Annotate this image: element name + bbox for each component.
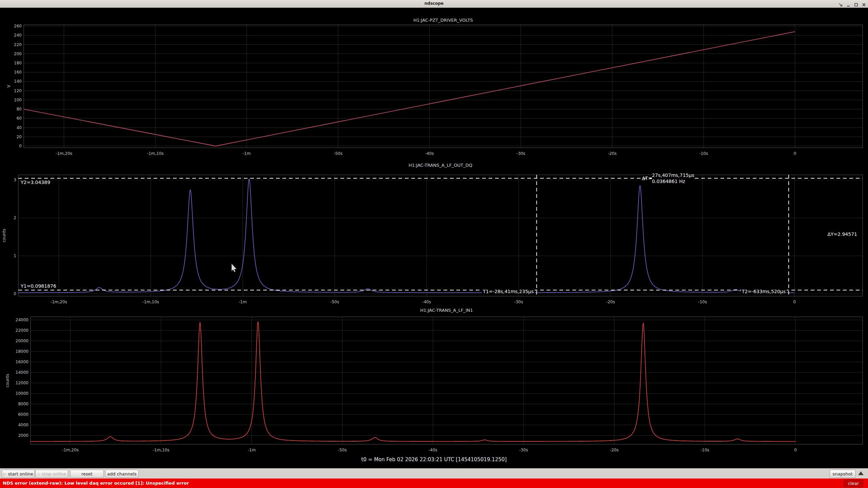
- nds-error-message: NDS error (extend-raw): Low level daq er…: [3, 481, 189, 486]
- y-tick-label: 100: [14, 98, 22, 102]
- shade-icon[interactable]: [839, 2, 843, 6]
- close-icon[interactable]: [862, 2, 866, 6]
- cursor-y2-label[interactable]: Y2=3.04389: [20, 180, 51, 185]
- play-icon: ▷: [3, 472, 6, 476]
- trace-H1:JAC-PZT_DRIVER_VOLTS: [24, 32, 795, 146]
- delta-t-value: 27s,407ms,715µs: [652, 172, 694, 178]
- y-tick-label: 24000: [16, 318, 28, 322]
- stop-icon: ▫: [37, 472, 40, 476]
- y-axis-label: V: [6, 85, 11, 88]
- plot3-title: H1:JAC-TRANS_A_LF_IN1: [31, 308, 863, 313]
- y-tick-label: 6000: [18, 412, 28, 417]
- plots-canvas[interactable]: -1m,20s-1m,10s-1m-50s-40s-30s-20s-10s002…: [0, 0, 868, 488]
- x-tick-label: -10s: [698, 300, 707, 304]
- y-tick-label: 0: [19, 144, 22, 148]
- minimize-icon[interactable]: [846, 2, 850, 6]
- mouse-cursor: [232, 264, 237, 272]
- trace-H1:JAC-TRANS_A_LF_IN1: [31, 322, 795, 441]
- y-tick-label: 260: [14, 24, 22, 28]
- x-tick-label: 0: [793, 300, 796, 304]
- delta-t-frequency: 0.0364861 Hz: [652, 178, 694, 184]
- stop-online-button[interactable]: ▫ stop online: [35, 470, 68, 478]
- trace-H1:JAC-TRANS_A_LF_OUT_DQ: [18, 179, 794, 293]
- y-tick-label: 16000: [16, 360, 28, 364]
- y-tick-label: 3: [14, 178, 16, 182]
- x-tick-label: -1m,20s: [51, 300, 67, 304]
- y-tick-label: 0: [14, 291, 16, 296]
- y-tick-label: 22000: [16, 328, 28, 333]
- y-tick-label: 14000: [16, 370, 28, 375]
- x-tick-label: -50s: [334, 151, 342, 156]
- status-bar: NDS error (extend-raw): Low level daq er…: [0, 479, 868, 488]
- x-tick-label: -10s: [699, 151, 708, 156]
- y-tick-label: 220: [14, 42, 22, 47]
- y-axis-label: counts: [2, 229, 6, 242]
- y-tick-label: 8000: [18, 402, 28, 406]
- clear-button[interactable]: clear: [844, 480, 863, 487]
- y-tick-label: 240: [14, 33, 22, 38]
- y-tick-label: 20: [17, 135, 22, 139]
- x-tick-label: -40s: [429, 448, 437, 452]
- x-tick-label: -1m,20s: [62, 448, 79, 452]
- maximize-icon[interactable]: [854, 2, 858, 6]
- y-tick-label: 4000: [18, 423, 28, 427]
- x-tick-label: -50s: [338, 448, 347, 452]
- t0-timestamp: t0 = Mon Feb 02 2026 22:03:21 UTC [14541…: [0, 456, 868, 463]
- x-tick-label: -1m: [239, 300, 247, 304]
- snapshot-menu-arrow[interactable]: [858, 471, 864, 475]
- cursor-y1-label[interactable]: Y1=0.0981876: [20, 283, 57, 289]
- y-tick-label: 40: [17, 125, 22, 130]
- y-tick-label: 120: [14, 88, 22, 93]
- plot1-title: H1:JAC-PZT_DRIVER_VOLTS: [24, 18, 863, 23]
- x-tick-label: -1m,20s: [56, 151, 72, 156]
- x-tick-label: 0: [794, 448, 797, 452]
- axes-frame: [31, 317, 863, 444]
- x-tick-label: -40s: [425, 151, 434, 156]
- y-tick-label: 20000: [16, 339, 28, 343]
- axes-frame: [18, 175, 863, 296]
- y-tick-label: 2: [14, 216, 16, 220]
- y-tick-label: 2000: [18, 433, 28, 438]
- title-bar: ndscope: [0, 0, 868, 8]
- toolbar: ▷ start online ▫ stop online reset add c…: [0, 468, 868, 479]
- x-tick-label: -30s: [516, 151, 525, 156]
- add-channels-button[interactable]: add channels: [105, 470, 139, 478]
- cursor-t2-label[interactable]: T2=-633ms,520µs: [741, 289, 787, 294]
- y-tick-label: 12000: [16, 381, 28, 385]
- cursor-t1-label[interactable]: T1=-28s,41ms,235µs: [482, 289, 535, 294]
- y-tick-label: 18000: [16, 349, 28, 354]
- cursor-delta-t-readout: ΔT= 27s,407ms,715µs 0.0364861 Hz: [642, 172, 694, 184]
- x-tick-label: -1m,10s: [142, 300, 159, 304]
- x-tick-label: -1m,10s: [147, 151, 164, 156]
- x-tick-label: -20s: [610, 448, 619, 452]
- snapshot-button[interactable]: snapshot: [830, 470, 855, 478]
- ndscope-window: { "window": {"title": "ndscope"}, "t0": …: [0, 0, 868, 488]
- reset-button[interactable]: reset: [70, 470, 104, 478]
- y-tick-label: 1: [14, 253, 16, 258]
- x-tick-label: -30s: [519, 448, 528, 452]
- y-tick-label: 140: [14, 79, 22, 84]
- start-online-button[interactable]: ▷ start online: [2, 470, 35, 478]
- x-tick-label: -20s: [608, 151, 617, 156]
- delta-t-prefix: ΔT=: [642, 176, 652, 181]
- y-tick-label: 200: [14, 52, 22, 56]
- y-tick-label: 10000: [16, 391, 28, 396]
- x-tick-label: -1m,10s: [153, 448, 169, 452]
- cursor-delta-y-readout: ΔY=2.94571: [826, 231, 858, 237]
- window-controls: [839, 2, 866, 6]
- x-tick-label: -50s: [330, 300, 339, 304]
- x-tick-label: -40s: [422, 300, 431, 304]
- x-tick-label: -10s: [701, 448, 709, 452]
- y-tick-label: 180: [14, 61, 22, 65]
- window-title: ndscope: [0, 1, 868, 6]
- y-tick-label: 60: [17, 116, 22, 121]
- y-tick-label: 80: [17, 107, 22, 111]
- x-tick-label: 0: [794, 151, 796, 156]
- x-tick-label: -1m: [248, 448, 256, 452]
- y-tick-label: 160: [14, 70, 22, 75]
- x-tick-label: -20s: [606, 300, 615, 304]
- x-tick-label: -30s: [514, 300, 523, 304]
- y-axis-label: counts: [5, 374, 10, 387]
- x-tick-label: -1m: [243, 151, 251, 156]
- plot2-title: H1:JAC-TRANS_A_LF_OUT_DQ: [18, 163, 863, 168]
